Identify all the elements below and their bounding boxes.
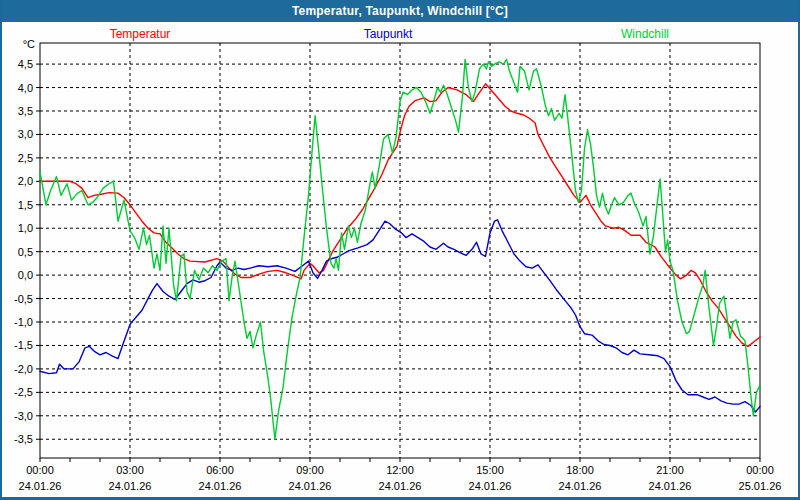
y-tick-label: -2,5 (14, 386, 33, 398)
x-time-label: 15:00 (476, 464, 504, 476)
x-time-label: 12:00 (386, 464, 414, 476)
x-date-label: 24.01.26 (469, 480, 512, 492)
x-time-label: 00:00 (26, 464, 54, 476)
y-tick-label: 4,0 (18, 82, 33, 94)
x-date-label: 24.01.26 (289, 480, 332, 492)
x-date-label: 24.01.26 (19, 480, 62, 492)
y-tick-label: -2,0 (14, 363, 33, 375)
y-tick-label: 1,0 (18, 222, 33, 234)
x-time-label: 06:00 (206, 464, 234, 476)
y-tick-label: 0,0 (18, 269, 33, 281)
y-tick-label: -0,5 (14, 293, 33, 305)
x-time-label: 18:00 (566, 464, 594, 476)
y-tick-label: 0,5 (18, 246, 33, 258)
y-tick-label: -3,5 (14, 433, 33, 445)
y-tick-label: -1,0 (14, 316, 33, 328)
y-tick-label: -1,5 (14, 339, 33, 351)
line-chart-plot: 4,54,03,53,02,52,01,51,00,50,0-0,5-1,0-1… (0, 0, 800, 500)
y-tick-label: -3,0 (14, 410, 33, 422)
y-tick-label: 2,5 (18, 152, 33, 164)
x-date-label: 24.01.26 (379, 480, 422, 492)
x-date-label: 24.01.26 (559, 480, 602, 492)
x-date-label: 24.01.26 (649, 480, 692, 492)
x-date-label: 24.01.26 (109, 480, 152, 492)
x-time-label: 21:00 (656, 464, 684, 476)
y-tick-label: 1,5 (18, 199, 33, 211)
y-tick-label: 4,5 (18, 58, 33, 70)
x-date-label: 24.01.26 (199, 480, 242, 492)
x-date-label: 25.01.26 (739, 480, 782, 492)
x-time-label: 00:00 (746, 464, 774, 476)
y-unit-label: °C (23, 38, 35, 50)
x-time-label: 03:00 (116, 464, 144, 476)
y-tick-label: 2,0 (18, 175, 33, 187)
y-tick-label: 3,0 (18, 128, 33, 140)
y-tick-label: 3,5 (18, 105, 33, 117)
x-time-label: 09:00 (296, 464, 324, 476)
weather-chart-window: Temperatur, Taupunkt, Windchill [°C] Tem… (0, 0, 800, 500)
